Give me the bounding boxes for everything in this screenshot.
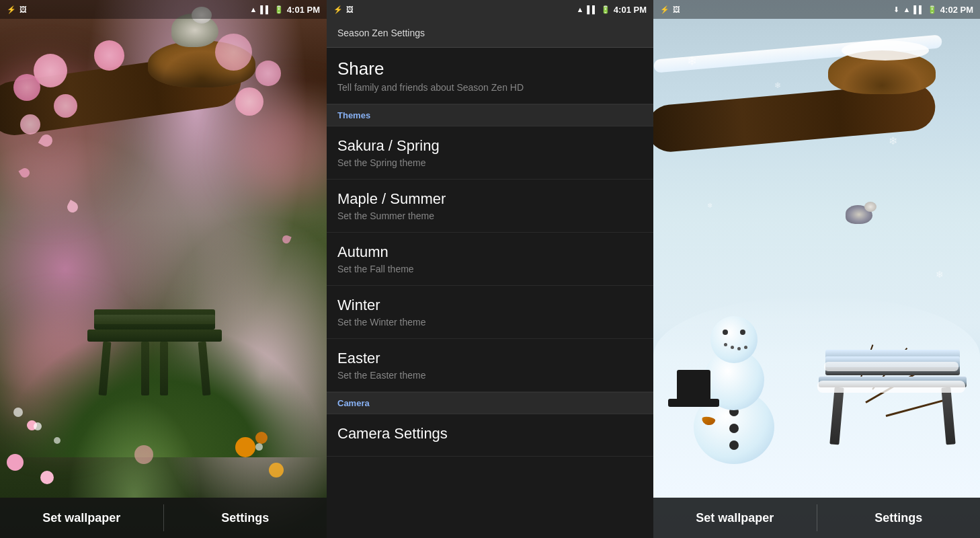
bench-leg-center-right: [160, 342, 168, 395]
status-left-spring: ⚡ 🖼: [7, 5, 27, 14]
set-wallpaper-button-winter[interactable]: Set wallpaper: [653, 504, 817, 532]
status-right-spring: ▲ ▌▌ 🔋 4:01 PM: [249, 5, 320, 15]
spring-bench: [87, 309, 222, 404]
set-wallpaper-button-spring[interactable]: Set wallpaper: [0, 504, 163, 532]
bottom-bar-spring: Set wallpaper Settings: [0, 498, 327, 538]
snowman-smile-1: [724, 343, 727, 346]
winter-title: Winter: [337, 297, 643, 314]
winter-bench-leg-right: [941, 387, 955, 445]
ground-flowers: [0, 390, 327, 498]
charging-icon-winter: ⬇: [893, 5, 899, 14]
white-flower-3: [13, 408, 23, 417]
ground-flower-orange-3: [255, 432, 268, 444]
easter-title: Easter: [337, 350, 643, 367]
bench-seat: [87, 330, 222, 342]
image-icon: 🖼: [19, 5, 27, 13]
wifi-icon-settings: ▲: [576, 5, 583, 13]
snowman-smile-2: [731, 346, 734, 349]
summer-subtitle: Set the Summer theme: [337, 210, 643, 221]
bench-leg-center-left: [141, 342, 149, 395]
blossom-5: [20, 114, 40, 134]
snowflake-1: ❄: [687, 54, 697, 69]
status-bar-settings: ⚡ 🖼 ▲ ▌▌ 🔋 4:01 PM: [327, 0, 653, 19]
settings-item-camera[interactable]: Camera Settings: [327, 414, 653, 457]
settings-button-winter[interactable]: Settings: [817, 504, 981, 532]
bench-snow-back: [824, 362, 958, 371]
blossom-6: [215, 34, 252, 71]
snowman-eye-left: [723, 330, 728, 335]
snowman-smile-4: [744, 346, 747, 349]
usb-icon-winter: ⚡: [660, 5, 669, 14]
wifi-icon-spring: ▲: [249, 5, 257, 13]
battery-icon-spring: 🔋: [274, 5, 284, 14]
white-flower-4: [255, 443, 263, 451]
settings-panel: ⚡ 🖼 ▲ ▌▌ 🔋 4:01 PM Season Zen Settings S…: [327, 0, 653, 538]
white-flower-1: [34, 422, 42, 430]
battery-icon-settings: 🔋: [601, 5, 610, 14]
winter-subtitle: Set the Winter theme: [337, 317, 643, 328]
signal-icon-settings: ▌▌: [587, 5, 598, 13]
snowflake-3: ❄: [889, 134, 897, 147]
battery-icon-winter: 🔋: [928, 5, 937, 14]
image-icon-winter: 🖼: [673, 5, 680, 13]
spring-title: Sakura / Spring: [337, 137, 643, 155]
ground-flower-orange-2: [269, 463, 284, 477]
ground-flower-orange-1: [235, 437, 255, 457]
settings-item-spring[interactable]: Sakura / Spring Set the Spring theme: [327, 126, 653, 180]
winter-panel: ❄ ❄ ❄ ❄ ❄ ⚡ 🖼 ⬇ ▲ ▌▌ 🔋 4:02 PM Set wallp…: [653, 0, 980, 538]
snowflake-5: ❄: [936, 269, 944, 280]
settings-item-autumn[interactable]: Autumn Set the Fall theme: [327, 233, 653, 286]
bottom-bar-winter: Set wallpaper Settings: [653, 498, 980, 538]
status-time-winter: 4:02 PM: [940, 5, 973, 15]
white-flower-2: [54, 437, 60, 444]
status-time-spring: 4:01 PM: [287, 5, 320, 15]
status-left-winter: ⚡ 🖼: [660, 5, 680, 14]
status-left-settings: ⚡ 🖼: [333, 5, 354, 14]
summer-title: Maple / Summer: [337, 190, 643, 208]
bench-back: [94, 309, 215, 330]
settings-item-winter[interactable]: Winter Set the Winter theme: [327, 286, 653, 339]
themes-section-header: Themes: [327, 104, 653, 126]
snowman-hat: [673, 370, 714, 407]
blossom-8: [235, 87, 263, 116]
winter-nest: [821, 34, 942, 94]
snowman-hat-top: [677, 370, 710, 400]
snowflake-4: ❄: [707, 202, 712, 209]
snowman-eye-right: [740, 330, 745, 335]
signal-icon-spring: ▌▌: [260, 5, 271, 13]
spring-panel: ⚡ 🖼 ▲ ▌▌ 🔋 4:01 PM Set wallpaper Setting…: [0, 0, 327, 538]
share-subtitle: Tell family and friends about Season Zen…: [337, 82, 643, 93]
settings-item-share[interactable]: Share Tell family and friends about Seas…: [327, 48, 653, 104]
snowman-button-2: [729, 424, 739, 433]
status-bar-spring: ⚡ 🖼 ▲ ▌▌ 🔋 4:01 PM: [0, 0, 327, 19]
settings-header-title: Season Zen Settings: [337, 28, 425, 38]
settings-list: Share Tell family and friends about Seas…: [327, 48, 653, 538]
spring-subtitle: Set the Spring theme: [337, 157, 643, 168]
blossom-7: [255, 61, 281, 86]
settings-button-spring[interactable]: Settings: [164, 504, 327, 532]
snowflake-2: ❄: [774, 81, 781, 90]
bench-leg-left: [99, 342, 112, 396]
status-right-settings: ▲ ▌▌ 🔋 4:01 PM: [576, 5, 647, 15]
settings-item-easter[interactable]: Easter Set the Easter theme: [327, 339, 653, 392]
bench-leg-right: [198, 342, 211, 396]
share-title: Share: [337, 59, 643, 79]
ground-flower-1: [7, 454, 24, 471]
image-icon-settings: 🖼: [346, 5, 354, 13]
winter-nest-snow: [842, 40, 929, 61]
settings-item-summer[interactable]: Maple / Summer Set the Summer theme: [327, 180, 653, 233]
camera-title: Camera Settings: [337, 425, 643, 443]
winter-bird: [846, 202, 879, 225]
snowman-head: [710, 316, 758, 363]
ground-flower-4: [134, 445, 153, 464]
blossom-3: [54, 94, 77, 118]
signal-icon-winter: ▌▌: [913, 5, 924, 13]
easter-subtitle: Set the Easter theme: [337, 370, 643, 381]
blossom-4: [94, 40, 124, 71]
status-right-winter: ⬇ ▲ ▌▌ 🔋 4:02 PM: [893, 5, 973, 15]
ground-flower-2: [40, 471, 54, 484]
usb-icon-settings: ⚡: [333, 5, 343, 14]
winter-bench: [819, 343, 967, 444]
autumn-subtitle: Set the Fall theme: [337, 264, 643, 274]
usb-icon: ⚡: [7, 5, 16, 14]
